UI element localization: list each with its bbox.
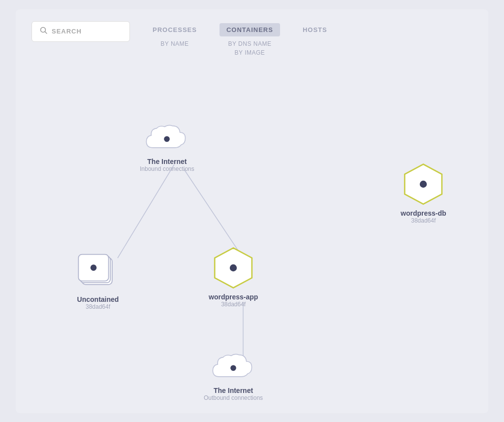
svg-point-14 <box>420 180 427 187</box>
node-internet-outbound[interactable]: The Internet Outbound connections <box>204 349 263 401</box>
tab-hosts[interactable]: HOSTS <box>296 23 334 56</box>
tab-containers-label: CONTAINERS <box>220 23 280 36</box>
svg-point-11 <box>230 264 237 271</box>
graph-area: The Internet Inbound connections Unconta… <box>32 66 472 411</box>
internet-inbound-sublabel: Inbound connections <box>140 165 194 172</box>
svg-line-1 <box>45 32 47 33</box>
tab-hosts-label: HOSTS <box>296 23 334 36</box>
containers-subtabs: BY DNS NAME BY IMAGE <box>228 40 271 56</box>
node-wordpress-db[interactable]: wordpress-db 38dad64f <box>401 162 446 224</box>
svg-point-5 <box>164 136 170 142</box>
wordpress-db-sublabel: 38dad64f <box>411 217 436 224</box>
square-icon-uncontained <box>76 248 120 292</box>
wordpress-app-sublabel: 38dad64f <box>221 301 246 308</box>
svg-point-12 <box>230 365 236 371</box>
header: SEARCH PROCESSES BY NAME CONTAINERS BY D… <box>32 21 472 56</box>
wordpress-app-label: wordpress-app <box>209 293 258 301</box>
subtab-by-dns[interactable]: BY DNS NAME <box>228 40 271 47</box>
cloud-icon-outbound <box>209 349 258 384</box>
main-container: SEARCH PROCESSES BY NAME CONTAINERS BY D… <box>16 9 488 413</box>
node-wordpress-app[interactable]: wordpress-app 38dad64f <box>209 246 258 308</box>
processes-subtabs: BY NAME <box>160 40 189 47</box>
search-icon <box>40 27 48 36</box>
internet-inbound-label: The Internet <box>147 158 187 165</box>
uncontained-sublabel: 38dad64f <box>86 303 110 310</box>
node-internet-inbound[interactable]: The Internet Inbound connections <box>140 120 194 172</box>
hexagon-icon-wordpress-db <box>401 162 445 206</box>
tab-processes[interactable]: PROCESSES BY NAME <box>146 23 204 56</box>
internet-outbound-label: The Internet <box>214 387 253 394</box>
tab-processes-label: PROCESSES <box>146 23 204 36</box>
cloud-icon-inbound <box>142 120 191 155</box>
uncontained-label: Uncontained <box>77 295 119 303</box>
subtab-by-name[interactable]: BY NAME <box>160 40 189 47</box>
svg-line-2 <box>118 164 174 258</box>
node-uncontained[interactable]: Uncontained 38dad64f <box>76 248 120 310</box>
subtab-by-image[interactable]: BY IMAGE <box>228 49 271 56</box>
svg-line-3 <box>184 169 243 258</box>
search-label: SEARCH <box>52 28 82 35</box>
search-box[interactable]: SEARCH <box>32 21 130 42</box>
internet-outbound-sublabel: Outbound connections <box>204 394 263 401</box>
tab-containers[interactable]: CONTAINERS BY DNS NAME BY IMAGE <box>220 23 280 56</box>
svg-point-9 <box>91 264 97 271</box>
nav-tabs: PROCESSES BY NAME CONTAINERS BY DNS NAME… <box>146 21 334 56</box>
wordpress-db-label: wordpress-db <box>401 209 446 217</box>
hexagon-icon-wordpress-app <box>211 246 255 290</box>
